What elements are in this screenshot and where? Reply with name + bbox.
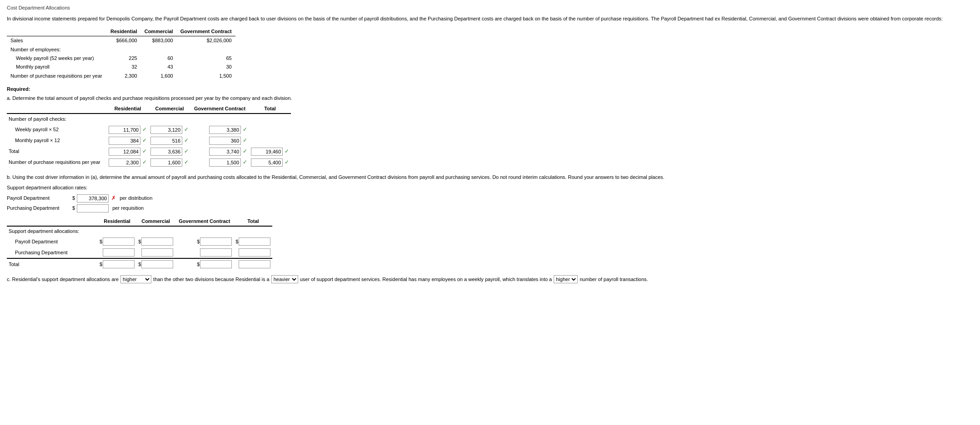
monthly-payroll-commercial-cell: ✓ bbox=[149, 135, 190, 146]
total-payroll-tot-check: ✓ bbox=[285, 148, 289, 155]
monthly-payroll-residential-cell: ✓ bbox=[107, 135, 149, 146]
monthly-res-input[interactable] bbox=[109, 137, 140, 145]
purchase-reqs-residential: 2,300 bbox=[107, 72, 141, 80]
monthly-payroll-label: Monthly payroll × 12 bbox=[7, 135, 107, 146]
purchasing-rate-input[interactable] bbox=[77, 204, 109, 212]
table-row-sales: Sales $666,000 $883,000 $2,026,000 bbox=[7, 36, 235, 45]
total-payroll-res-check: ✓ bbox=[142, 148, 147, 155]
part-c-dropdown-3[interactable]: higher lower bbox=[554, 275, 578, 283]
weekly-res-check: ✓ bbox=[142, 126, 147, 133]
total-payroll-com-input[interactable] bbox=[150, 148, 182, 156]
payroll-checks-label: Number of payroll checks: bbox=[7, 114, 291, 124]
part-c-dropdown-1[interactable]: higher lower the same bbox=[120, 275, 151, 283]
sales-gov: $2,026,000 bbox=[177, 36, 235, 45]
total-payroll-commercial-cell: ✓ bbox=[149, 146, 190, 157]
table-row-monthly: Monthly payroll 32 43 30 bbox=[7, 63, 235, 71]
answer-table-a: Residential Commercial Government Contra… bbox=[7, 104, 291, 168]
purchase-reqs-gov-input[interactable] bbox=[209, 158, 241, 167]
payroll-dept-label: Payroll Department bbox=[7, 195, 70, 202]
alloc-total-row: Total $ $ $ bbox=[7, 258, 272, 270]
monthly-gov-check: ✓ bbox=[243, 137, 247, 144]
alloc-total-res-cell: $ bbox=[98, 258, 136, 270]
payroll-checks-header-row: Number of payroll checks: bbox=[7, 114, 291, 124]
part-c-prefix: c. Residential's support department allo… bbox=[7, 276, 119, 283]
ans-col-commercial: Commercial bbox=[149, 104, 190, 114]
alloc-payroll-label: Payroll Department bbox=[7, 236, 98, 247]
weekly-payroll-row: Weekly payroll × 52 ✓ ✓ ✓ bbox=[7, 124, 291, 135]
purchase-reqs-tot-cell: ✓ bbox=[249, 157, 291, 168]
purchase-reqs-com-input[interactable] bbox=[150, 158, 182, 167]
purchase-reqs-res-input[interactable] bbox=[109, 158, 140, 167]
table-row-employees-header: Number of employees: bbox=[7, 45, 235, 54]
payroll-dept-rate-row: Payroll Department $ ✗ per distribution bbox=[7, 194, 973, 203]
purchase-reqs-tot-input[interactable] bbox=[251, 158, 283, 167]
alloc-total-res-input[interactable] bbox=[103, 260, 135, 268]
monthly-label: Monthly payroll bbox=[7, 63, 107, 71]
total-payroll-res-input[interactable] bbox=[109, 148, 140, 156]
purchase-reqs-res-cell: ✓ bbox=[107, 157, 149, 168]
weekly-gov-input[interactable] bbox=[209, 126, 241, 134]
purchasing-dept-rate-row: Purchasing Department $ per requisition bbox=[7, 204, 973, 212]
intro-text: In divisional income statements prepared… bbox=[7, 15, 973, 23]
monthly-payroll-row: Monthly payroll × 12 ✓ ✓ ✓ bbox=[7, 135, 291, 146]
alloc-payroll-com-input[interactable] bbox=[141, 237, 173, 246]
col-header-label bbox=[7, 27, 107, 36]
purchase-reqs-com-check: ✓ bbox=[184, 158, 189, 166]
weekly-payroll-total-cell bbox=[249, 124, 291, 135]
purchasing-per-text: per requisition bbox=[112, 205, 144, 212]
part-c-suffix: number of payroll transactions. bbox=[580, 276, 648, 283]
purchase-reqs-res-check: ✓ bbox=[142, 158, 147, 166]
purchasing-dept-label: Purchasing Department bbox=[7, 205, 70, 212]
weekly-gov: 65 bbox=[177, 54, 235, 63]
alloc-col-label bbox=[7, 217, 98, 226]
alloc-col-residential: Residential bbox=[98, 217, 136, 226]
alloc-payroll-gov-input[interactable] bbox=[200, 237, 232, 246]
alloc-payroll-res-input[interactable] bbox=[103, 237, 135, 246]
alloc-purchasing-res-input[interactable] bbox=[103, 248, 135, 257]
alloc-purchasing-row: Purchasing Department bbox=[7, 247, 272, 258]
alloc-purchasing-tot-input[interactable] bbox=[239, 248, 270, 257]
purchase-reqs-tot-check: ✓ bbox=[285, 158, 289, 166]
weekly-res-input[interactable] bbox=[109, 126, 140, 134]
col-header-residential: Residential bbox=[107, 27, 141, 36]
weekly-com-check: ✓ bbox=[184, 126, 189, 133]
alloc-payroll-gov-cell: $ bbox=[175, 236, 234, 247]
alloc-total-label: Total bbox=[7, 258, 98, 270]
total-payroll-total-cell: ✓ bbox=[249, 146, 291, 157]
alloc-total-tot-input[interactable] bbox=[239, 260, 270, 268]
ans-col-label bbox=[7, 104, 107, 114]
part-c-middle-text: than the other two divisions because Res… bbox=[153, 276, 270, 283]
payroll-rate-input[interactable] bbox=[77, 194, 109, 203]
alloc-total-com-input[interactable] bbox=[141, 260, 173, 268]
support-dept-alloc-header: Support department allocations: bbox=[7, 226, 272, 236]
purchase-reqs-gov-cell: ✓ bbox=[190, 157, 249, 168]
total-payroll-tot-input[interactable] bbox=[251, 148, 283, 156]
part-c-dropdown-2[interactable]: heavier lighter bbox=[271, 275, 298, 283]
alloc-purchasing-com-input[interactable] bbox=[141, 248, 173, 257]
part-a-label: a. Determine the total amount of payroll… bbox=[7, 95, 973, 102]
monthly-com-check: ✓ bbox=[184, 137, 189, 144]
ans-col-residential: Residential bbox=[107, 104, 149, 114]
support-dept-alloc-label: Support department allocations: bbox=[7, 226, 272, 236]
alloc-payroll-com-cell: $ bbox=[136, 236, 175, 247]
alloc-purchasing-gov-input[interactable] bbox=[200, 248, 232, 257]
alloc-total-gov-dollar: $ bbox=[197, 261, 200, 268]
total-payroll-gov-input[interactable] bbox=[209, 148, 241, 156]
alloc-purchasing-label: Purchasing Department bbox=[7, 247, 98, 258]
data-table: Residential Commercial Government Contra… bbox=[7, 27, 235, 80]
payroll-dollar-sign: $ bbox=[72, 195, 75, 202]
monthly-gov-input[interactable] bbox=[209, 137, 241, 145]
ans-col-gov: Government Contract bbox=[190, 104, 249, 114]
purchase-reqs-gov-check: ✓ bbox=[243, 158, 247, 166]
required-label: Required: bbox=[7, 86, 973, 93]
monthly-com-input[interactable] bbox=[150, 137, 182, 145]
alloc-payroll-res-cell: $ bbox=[98, 236, 136, 247]
alloc-table: Residential Commercial Government Contra… bbox=[7, 217, 272, 270]
col-header-gov-contract: Government Contract bbox=[177, 27, 235, 36]
alloc-col-gov: Government Contract bbox=[175, 217, 234, 226]
alloc-total-gov-input[interactable] bbox=[200, 260, 232, 268]
alloc-purchasing-gov-cell bbox=[175, 247, 234, 258]
alloc-payroll-tot-input[interactable] bbox=[239, 237, 270, 246]
alloc-payroll-tot-cell: $ bbox=[234, 236, 272, 247]
weekly-com-input[interactable] bbox=[150, 126, 182, 134]
